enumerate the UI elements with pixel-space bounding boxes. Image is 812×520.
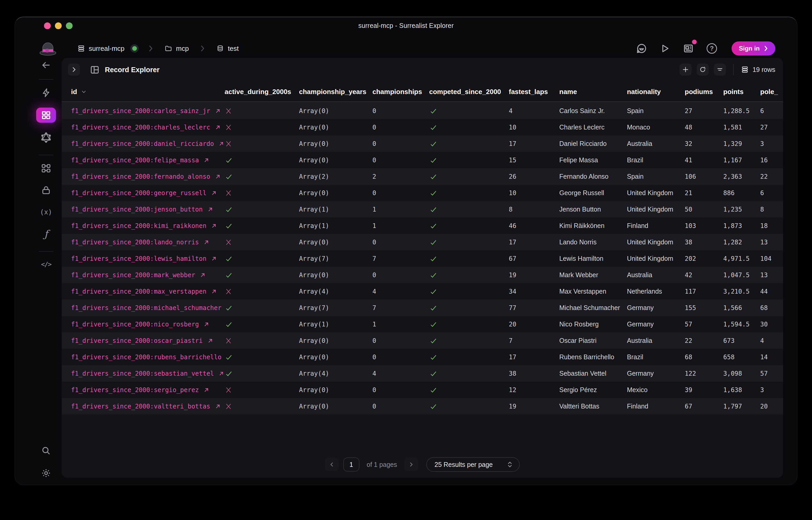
record-id-cell[interactable]: f1_drivers_since_2000:lewis_hamilton — [71, 255, 225, 262]
table-row[interactable]: f1_drivers_since_2000:oscar_piastriArray… — [62, 332, 783, 349]
column-header-name[interactable]: name — [559, 88, 627, 96]
table-row[interactable]: f1_drivers_since_2000:fernando_alonsoArr… — [62, 168, 783, 185]
open-record-arrow-icon[interactable] — [218, 370, 225, 377]
table-row[interactable]: f1_drivers_since_2000:kimi_raikkonenArra… — [62, 217, 783, 234]
sidebar-item-api-docs-icon[interactable]: </> — [41, 259, 51, 269]
open-record-arrow-icon[interactable] — [211, 255, 217, 262]
table-row[interactable]: f1_drivers_since_2000:daniel_ricciardoAr… — [62, 135, 783, 152]
record-id-cell[interactable]: f1_drivers_since_2000:daniel_ricciardo — [71, 140, 225, 148]
open-record-arrow-icon[interactable] — [203, 239, 210, 246]
table-row[interactable]: f1_drivers_since_2000:sergio_perezArray(… — [62, 382, 783, 398]
search-icon[interactable] — [41, 445, 51, 456]
open-record-arrow-icon[interactable] — [218, 140, 225, 147]
open-record-arrow-icon[interactable] — [207, 337, 214, 344]
record-id-text: f1_drivers_since_2000:mark_webber — [71, 271, 195, 279]
table-row[interactable]: f1_drivers_since_2000:lewis_hamiltonArra… — [62, 250, 783, 267]
record-id-cell[interactable]: f1_drivers_since_2000:charles_leclerc — [71, 124, 225, 131]
column-header-championship_years[interactable]: championship_years — [299, 88, 372, 96]
record-id-cell[interactable]: f1_drivers_since_2000:fernando_alonso — [71, 173, 225, 180]
open-record-arrow-icon[interactable] — [215, 124, 221, 131]
page-number-input[interactable] — [343, 458, 359, 471]
record-id-cell[interactable]: f1_drivers_since_2000:jenson_button — [71, 206, 225, 213]
column-header-points[interactable]: points — [723, 88, 760, 96]
open-record-arrow-icon[interactable] — [203, 387, 210, 393]
column-header-competed_since_2000[interactable]: competed_since_2000 — [429, 88, 509, 96]
expand-panel-button[interactable] — [68, 63, 80, 76]
page-size-select[interactable]: 25 Results per page — [426, 457, 520, 472]
record-id-cell[interactable]: f1_drivers_since_2000:felipe_massa — [71, 157, 225, 164]
table-row[interactable]: f1_drivers_since_2000:carlos_sainz_jrArr… — [62, 103, 783, 119]
table-row[interactable]: f1_drivers_since_2000:nico_rosbergArray(… — [62, 316, 783, 332]
play-icon[interactable] — [659, 43, 671, 54]
record-id-cell[interactable]: f1_drivers_since_2000:carlos_sainz_jr — [71, 107, 225, 114]
record-id-cell[interactable]: f1_drivers_since_2000:mark_webber — [71, 271, 225, 279]
record-id-cell[interactable]: f1_drivers_since_2000:oscar_piastri — [71, 337, 225, 344]
news-icon[interactable] — [683, 43, 694, 54]
collapse-sidebar-back-icon[interactable] — [41, 60, 51, 70]
help-icon[interactable]: ? — [706, 43, 718, 54]
sidebar-item-designer-icon[interactable] — [41, 163, 51, 174]
breadcrumb-database[interactable]: test — [216, 45, 239, 53]
open-record-arrow-icon[interactable] — [215, 173, 221, 180]
open-record-arrow-icon[interactable] — [203, 157, 210, 164]
sidebar-item-functions-icon[interactable]: ƒ — [41, 229, 51, 239]
record-id-cell[interactable]: f1_drivers_since_2000:kimi_raikkonen — [71, 222, 225, 230]
column-header-id[interactable]: id — [71, 88, 225, 96]
filter-button[interactable] — [714, 63, 726, 76]
nationality-cell: Australia — [627, 140, 685, 148]
open-record-arrow-icon[interactable] — [207, 206, 214, 213]
record-id-cell[interactable]: f1_drivers_since_2000:sebastian_vettel — [71, 370, 225, 377]
open-record-arrow-icon[interactable] — [199, 272, 206, 279]
table-row[interactable]: f1_drivers_since_2000:george_russellArra… — [62, 185, 783, 201]
create-record-button[interactable] — [679, 63, 692, 76]
table-row[interactable]: f1_drivers_since_2000:sebastian_vettelAr… — [62, 365, 783, 382]
open-record-arrow-icon[interactable] — [215, 108, 221, 114]
check-icon — [429, 402, 438, 411]
record-id-cell[interactable]: f1_drivers_since_2000:valtteri_bottas — [71, 403, 225, 410]
record-id-cell[interactable]: f1_drivers_since_2000:rubens_barrichello — [71, 354, 225, 361]
table-row[interactable]: f1_drivers_since_2000:max_verstappenArra… — [62, 283, 783, 300]
sidebar-item-explorer-active[interactable] — [36, 108, 56, 123]
open-record-arrow-icon[interactable] — [211, 223, 217, 229]
sign-in-button[interactable]: Sign in — [732, 42, 775, 55]
table-row[interactable]: f1_drivers_since_2000:jenson_buttonArray… — [62, 201, 783, 217]
record-id-cell[interactable]: f1_drivers_since_2000:nico_rosberg — [71, 321, 225, 328]
refresh-button[interactable] — [697, 63, 709, 76]
sidebar-item-parameters-icon[interactable]: (x) — [41, 207, 51, 217]
settings-gear-icon[interactable] — [41, 468, 51, 478]
open-record-arrow-icon[interactable] — [211, 288, 217, 295]
breadcrumb-connection[interactable]: surreal-mcp — [77, 45, 137, 53]
table-row[interactable]: f1_drivers_since_2000:rubens_barrichello… — [62, 349, 783, 365]
open-record-arrow-icon[interactable] — [215, 403, 221, 410]
feedback-chat-icon[interactable] — [636, 43, 647, 54]
breadcrumb-namespace[interactable]: mcp — [165, 45, 189, 53]
sidebar-item-graphql-icon[interactable] — [41, 132, 51, 143]
column-header-championships[interactable]: championships — [372, 88, 429, 96]
table-row[interactable]: f1_drivers_since_2000:michael_schumacher… — [62, 300, 783, 316]
column-header-fastest_laps[interactable]: fastest_laps — [509, 88, 559, 96]
table-row[interactable]: f1_drivers_since_2000:mark_webberArray(0… — [62, 267, 783, 283]
column-header-active_during_2000s[interactable]: active_during_2000s — [225, 88, 299, 96]
column-header-podiums[interactable]: podiums — [685, 88, 723, 96]
fastest-laps-cell: 34 — [509, 288, 559, 295]
record-id-cell[interactable]: f1_drivers_since_2000:sergio_perez — [71, 386, 225, 394]
previous-page-button[interactable] — [325, 458, 339, 471]
table-row[interactable]: f1_drivers_since_2000:felipe_massaArray(… — [62, 152, 783, 168]
open-record-arrow-icon[interactable] — [203, 321, 210, 328]
table-row[interactable]: f1_drivers_since_2000:valtteri_bottasArr… — [62, 398, 783, 415]
record-id-cell[interactable]: f1_drivers_since_2000:george_russell — [71, 189, 225, 197]
record-id-cell[interactable]: f1_drivers_since_2000:lando_norris — [71, 239, 225, 246]
record-id-cell[interactable]: f1_drivers_since_2000:michael_schumacher — [71, 304, 225, 312]
check-icon — [429, 337, 438, 345]
podiums-cell: 42 — [685, 271, 723, 279]
sidebar-item-query-icon[interactable] — [41, 87, 51, 98]
sidebar-item-authentication-lock-icon[interactable] — [41, 185, 51, 196]
column-header-nationality[interactable]: nationality — [627, 88, 685, 96]
table-row[interactable]: f1_drivers_since_2000:charles_leclercArr… — [62, 119, 783, 135]
competed-since-2000-cell — [429, 386, 509, 394]
next-page-button[interactable] — [404, 458, 418, 471]
table-row[interactable]: f1_drivers_since_2000:lando_norrisArray(… — [62, 234, 783, 250]
open-record-arrow-icon[interactable] — [211, 190, 217, 197]
column-header-pole_[interactable]: pole_ — [760, 88, 783, 96]
record-id-cell[interactable]: f1_drivers_since_2000:max_verstappen — [71, 288, 225, 295]
